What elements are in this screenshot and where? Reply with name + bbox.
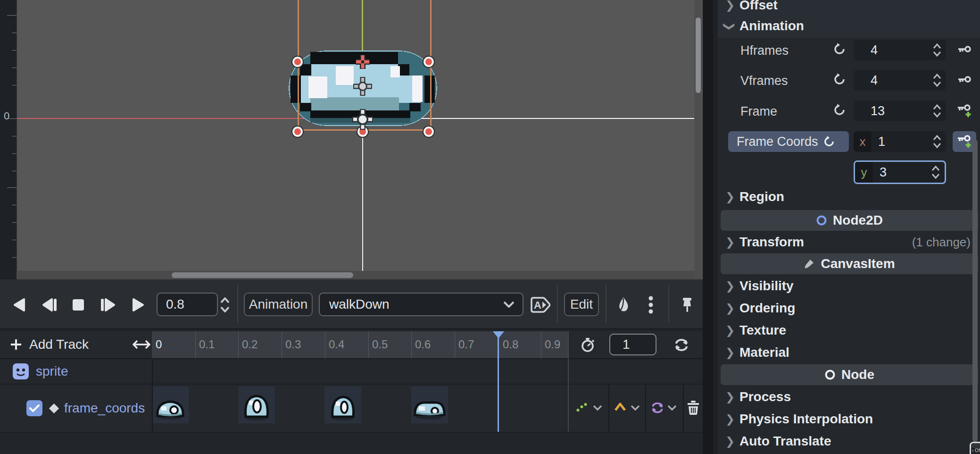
track-loop-wrap-dropdown[interactable] (667, 404, 677, 411)
onion-skinning-button[interactable] (612, 294, 635, 316)
more-options-menu-button[interactable] (639, 294, 662, 316)
viewport-vscrollbar-thumb[interactable] (696, 17, 701, 93)
section-physics-interpolation[interactable]: ❯ Physics Interpolation (718, 408, 980, 430)
pin-animation-button[interactable] (676, 294, 698, 316)
frame-label: Frame (740, 104, 777, 119)
revert-icon[interactable] (833, 73, 846, 86)
frame-coords-y-input[interactable]: y 3 (854, 160, 946, 184)
selection-handle-bottom-right[interactable] (424, 126, 434, 137)
transform-change-count: (1 change) (912, 235, 971, 250)
track-buttons-separator (608, 385, 609, 432)
spinner-icon[interactable] (932, 73, 942, 88)
tick-label: 0.9 (545, 338, 560, 351)
frame-coords-x-input[interactable]: x 1 (854, 131, 946, 152)
timeline-end-separator (568, 331, 569, 432)
inspector-scrollbar-thumb[interactable] (972, 140, 978, 442)
toolbar-separator (237, 285, 238, 323)
playback-speed-input[interactable]: 0.8 (157, 293, 218, 316)
godot-editor: 0 0.8 (0, 0, 980, 454)
track-update-mode-icon[interactable] (576, 403, 588, 412)
spinner-icon[interactable] (932, 134, 942, 149)
section-texture[interactable]: ❯ Texture (718, 319, 980, 341)
track-node-row[interactable]: sprite (0, 359, 703, 385)
chevron-right-icon: ❯ (725, 324, 734, 337)
track-property-row[interactable]: frame_coords (0, 385, 703, 433)
frame-input[interactable]: 13 (854, 101, 946, 121)
pan-timeline-icon[interactable] (133, 339, 150, 350)
section-animation[interactable]: ❯ Animation (718, 15, 980, 37)
hframes-input[interactable]: 4 (854, 40, 946, 60)
stop-button[interactable] (67, 294, 90, 316)
plus-icon (9, 338, 23, 351)
section-ordering[interactable]: ❯ Ordering (718, 297, 980, 319)
loop-animation-button[interactable] (673, 338, 689, 352)
chevron-right-icon: ❯ (725, 346, 734, 359)
animation-length-input[interactable]: 1 (609, 334, 656, 355)
time-icon (581, 337, 595, 353)
section-process[interactable]: ❯ Process (718, 386, 980, 408)
category-node2d[interactable]: Node2D (721, 210, 978, 231)
center-move-gizmo[interactable] (352, 76, 373, 97)
animation-select-dropdown[interactable]: walkDown (319, 293, 523, 316)
animation-menu-button[interactable]: Animation (244, 293, 313, 316)
track-update-mode-dropdown[interactable] (592, 404, 603, 411)
viewport-hscrollbar-track[interactable] (17, 271, 694, 279)
selection-handle-left[interactable] (292, 57, 303, 67)
section-transform[interactable]: ❯ Transform (1 change) (718, 231, 980, 253)
origin-move-gizmo[interactable] (351, 108, 374, 131)
vframes-key-button[interactable] (953, 70, 976, 91)
play-from-start-button[interactable] (97, 294, 119, 316)
viewport-hscrollbar-thumb[interactable] (172, 272, 353, 278)
revert-icon[interactable] (823, 135, 835, 148)
playhead-handle[interactable] (493, 331, 504, 338)
section-auto-translate[interactable]: ❯ Auto Translate (718, 430, 980, 452)
corner-popup: › Offs (970, 442, 980, 454)
spinner-icon[interactable] (930, 165, 941, 180)
hframes-key-button[interactable] (953, 40, 976, 60)
tick-label: 0.2 (242, 338, 257, 351)
keyframe-thumbnail-2[interactable] (324, 387, 361, 423)
spinner-icon[interactable] (932, 42, 942, 58)
edit-button[interactable]: Edit (564, 293, 599, 316)
timeline-ruler[interactable]: Add Track 0 0.1 0.2 0.3 0.4 0.5 0.6 0.7 … (0, 331, 703, 359)
selection-handle-right[interactable] (424, 57, 434, 67)
add-track-button[interactable]: Add Track (9, 334, 89, 355)
autoplay-on-load-button[interactable]: A (529, 294, 552, 316)
play-button[interactable] (127, 294, 150, 316)
x-axis-chip: x (854, 131, 872, 152)
section-offset[interactable]: ❯ Offset (718, 0, 980, 16)
revert-icon[interactable] (833, 42, 846, 56)
keyframe-diamond-icon (49, 404, 59, 413)
selection-handle-bottom-left[interactable] (292, 126, 303, 137)
frame-coords-label-chip[interactable]: Frame Coords (728, 131, 849, 152)
2d-viewport[interactable]: 0 (0, 0, 703, 279)
track-interpolation-mode-icon[interactable] (614, 402, 626, 412)
playhead[interactable] (498, 331, 499, 432)
frame-key-add-button[interactable] (953, 101, 976, 121)
section-region[interactable]: ❯ Region (718, 186, 980, 208)
chevron-right-icon: ❯ (725, 279, 734, 293)
delete-track-button[interactable] (687, 400, 700, 415)
category-canvasitem[interactable]: CanvasItem (721, 253, 978, 274)
speed-spinner[interactable] (219, 296, 231, 313)
track-loop-wrap-icon[interactable] (650, 402, 665, 414)
track-interpolation-dropdown[interactable] (630, 404, 640, 411)
vframes-input[interactable]: 4 (854, 70, 946, 91)
play-backwards-from-end-button[interactable] (38, 294, 61, 316)
keyframe-thumbnail-0[interactable] (152, 387, 189, 423)
chevron-right-icon: ❯ (725, 390, 734, 404)
section-visibility[interactable]: ❯ Visibility (718, 275, 980, 297)
category-node[interactable]: Node (721, 364, 978, 385)
track-property-name: frame_coords (64, 401, 145, 416)
play-backwards-button[interactable] (8, 294, 30, 316)
chevron-right-icon: ❯ (725, 235, 734, 249)
section-material[interactable]: ❯ Material (718, 342, 980, 363)
keyframe-thumbnail-1[interactable] (238, 387, 275, 423)
spinner-icon[interactable] (932, 103, 942, 118)
keyframe-thumbnail-3[interactable] (411, 387, 448, 423)
toolbar-separator (668, 285, 669, 323)
revert-icon[interactable] (833, 103, 846, 117)
corner-popup-titlebar (971, 443, 980, 448)
chevron-right-icon: ❯ (725, 302, 734, 315)
track-enabled-checkbox[interactable] (26, 400, 42, 416)
